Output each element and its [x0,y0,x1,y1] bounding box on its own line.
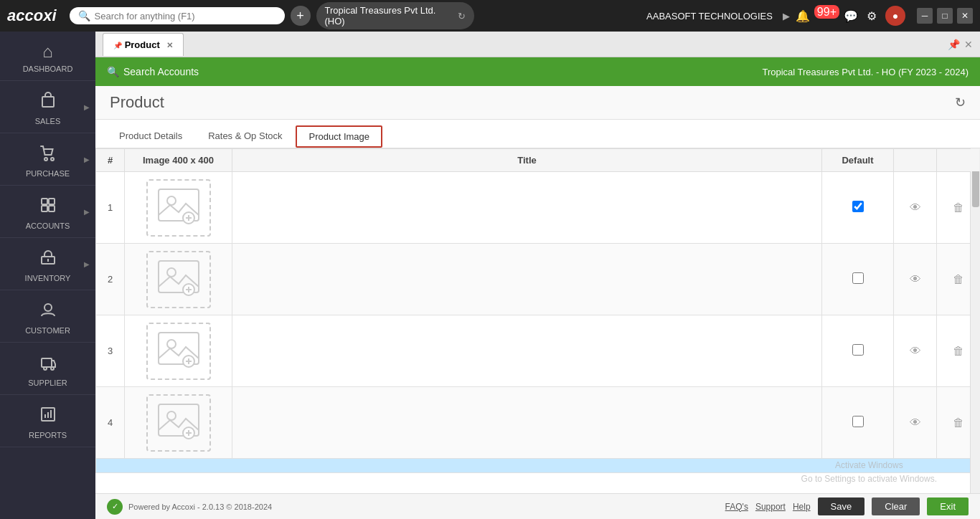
app-logo: accoxi [7,6,57,25]
sidebar-item-dashboard[interactable]: ⌂ DASHBOARD [0,32,95,81]
svg-point-11 [44,367,47,370]
image-cell-1[interactable] [125,172,232,244]
image-placeholder-1[interactable] [146,179,211,237]
col-num: # [96,149,125,172]
default-cell-2[interactable] [822,244,894,315]
settings-icon[interactable]: ⚙ [867,9,877,23]
sidebar-item-sales[interactable]: SALES ▶ [0,81,95,133]
tab-pin-icon: 📌 [113,42,122,49]
company-selector[interactable]: Tropical Treasures Pvt Ltd.(HO) ↻ [316,2,474,29]
page-title: Product [110,93,164,112]
view-cell-4[interactable]: 👁 [894,387,937,459]
col-action1 [894,149,937,172]
delete-icon-1[interactable]: 🗑 [953,201,964,214]
footer-left: ✓ Powered by Accoxi - 2.0.13 © 2018-2024 [107,499,272,515]
exit-button[interactable]: Exit [927,497,969,515]
purchase-arrow: ▶ [84,156,90,163]
accounts-icon [39,196,57,219]
sub-tab-product-details[interactable]: Product Details [107,125,194,148]
tab-close-icon[interactable]: ✕ [166,41,173,49]
view-cell-1[interactable]: 👁 [894,172,937,244]
delete-icon-3[interactable]: 🗑 [953,345,964,357]
view-icon-1[interactable]: 👁 [910,201,921,214]
sidebar-item-reports[interactable]: REPORTS [0,395,95,447]
sidebar-item-purchase[interactable]: PURCHASE ▶ [0,133,95,186]
product-image-table: # Image 400 x 400 Title Default 1 [95,148,980,473]
sidebar-item-accounts[interactable]: ACCOUNTS ▶ [0,186,95,238]
main-layout: ⌂ DASHBOARD SALES ▶ PURCHASE ▶ ACCOUNTS … [0,32,980,519]
image-placeholder-2[interactable] [146,251,211,308]
global-search-box[interactable]: 🔍 [70,7,285,24]
sidebar-label-dashboard: DASHBOARD [23,65,73,73]
company-name: Tropical Treasures Pvt Ltd.(HO) [325,5,453,27]
sidebar-item-supplier[interactable]: SUPPLIER [0,343,95,395]
view-cell-3[interactable]: 👁 [894,315,937,387]
default-checkbox-3[interactable] [852,344,864,356]
page-content: Product ↻ Product Details Rates & Op Sto… [95,86,980,519]
col-default: Default [822,149,894,172]
tab-bar: 📌 Product ✕ 📌 ✕ [95,32,980,57]
clear-button[interactable]: Clear [872,497,920,515]
sidebar-item-customer[interactable]: CUSTOMER [0,290,95,343]
sidebar-label-supplier: SUPPLIER [28,378,67,387]
view-icon-4[interactable]: 👁 [910,416,921,429]
company-label: AABASOFT TECHNOLOGIES [646,11,773,22]
default-checkbox-1[interactable] [852,201,864,212]
refresh-icon[interactable]: ↻ [458,11,466,22]
support-link[interactable]: Support [755,502,786,512]
help-link[interactable]: Help [793,502,811,512]
sidebar: ⌂ DASHBOARD SALES ▶ PURCHASE ▶ ACCOUNTS … [0,32,95,519]
tab-product[interactable]: 📌 Product ✕ [103,33,184,56]
title-cell-1[interactable] [232,172,822,244]
image-placeholder-4[interactable] [146,394,211,452]
notification-badge: 99+ [814,5,839,19]
title-cell-2[interactable] [232,244,822,315]
view-icon-3[interactable]: 👁 [910,345,921,357]
save-button[interactable]: Save [818,497,865,515]
sub-tab-product-image[interactable]: Product Image [296,125,382,148]
refresh-page-button[interactable]: ↻ [955,95,966,110]
scrollbar[interactable] [970,148,980,493]
image-cell-3[interactable] [125,315,232,387]
sub-tab-rates-op-stock[interactable]: Rates & Op Stock [196,125,294,148]
close-button[interactable]: ✕ [957,8,973,24]
title-cell-3[interactable] [232,315,822,387]
maximize-button[interactable]: □ [937,8,953,24]
image-cell-4[interactable] [125,387,232,459]
default-cell-4[interactable] [822,387,894,459]
col-action2 [937,149,980,172]
delete-icon-2[interactable]: 🗑 [953,273,964,285]
image-cell-2[interactable] [125,244,232,315]
avatar[interactable]: ● [885,6,905,26]
notifications-icon[interactable]: 🔔99+ [796,9,835,23]
table-row: 3 [96,315,980,387]
minimize-button[interactable]: ─ [917,8,933,24]
messages-icon[interactable]: 💬 [844,9,858,23]
default-checkbox-4[interactable] [852,416,864,427]
tab-pin-right-icon[interactable]: 📌 [948,39,960,50]
sidebar-item-inventory[interactable]: INVENTORY ▶ [0,238,95,290]
delete-icon-4[interactable]: 🗑 [953,416,964,429]
view-icon-2[interactable]: 👁 [910,273,921,285]
search-accounts-button[interactable]: 🔍 Search Accounts [107,66,199,77]
svg-rect-3 [42,199,47,204]
sidebar-label-inventory: INVENTORY [25,274,71,282]
table-row: 1 [96,172,980,244]
tab-close-right-icon[interactable]: ✕ [964,39,973,50]
add-button[interactable]: + [291,6,311,26]
default-checkbox-2[interactable] [852,272,864,284]
title-cell-4[interactable] [232,387,822,459]
content-area: 📌 Product ✕ 📌 ✕ 🔍 Search Accounts Tropic… [95,32,980,519]
search-input[interactable] [95,11,267,22]
faq-link[interactable]: FAQ's [725,502,748,512]
dashboard-icon: ⌂ [42,42,53,62]
svg-point-23 [167,268,176,277]
default-cell-1[interactable] [822,172,894,244]
row-num-1: 1 [96,172,125,244]
footer-logo: ✓ [107,499,123,515]
image-placeholder-3[interactable] [146,323,211,380]
view-cell-2[interactable]: 👁 [894,244,937,315]
svg-rect-0 [42,97,54,107]
default-cell-3[interactable] [822,315,894,387]
expand-icon[interactable]: ▶ [783,11,790,22]
